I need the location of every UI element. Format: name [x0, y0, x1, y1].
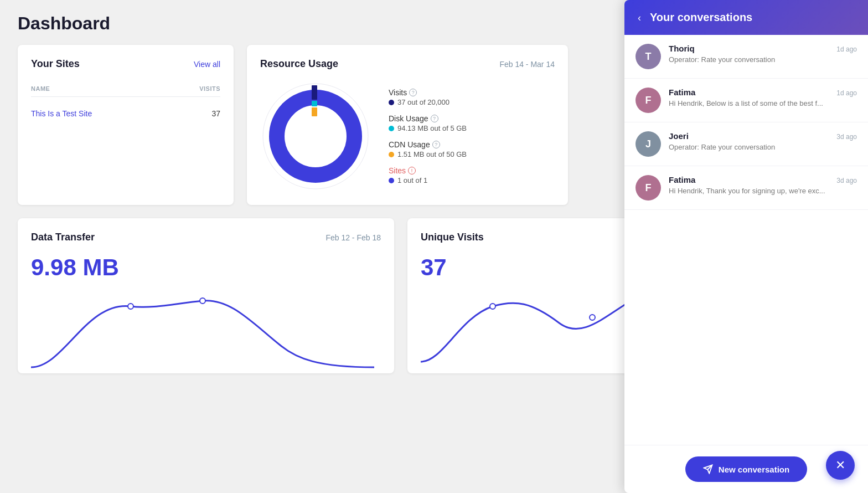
- unique-visits-title: Unique Visits: [421, 232, 484, 243]
- transfer-chart-svg: [31, 290, 374, 373]
- close-panel-button[interactable]: ✕: [826, 451, 855, 480]
- data-transfer-date: Feb 12 - Feb 18: [326, 233, 381, 242]
- stat-disk-value: 94.13 MB out of 5 GB: [389, 124, 467, 132]
- stat-sites-value: 1 out of 1: [389, 176, 467, 184]
- avatar-fatima-1: F: [636, 88, 661, 113]
- svg-rect-7: [312, 101, 317, 106]
- resource-usage-card: Resource Usage Feb 14 - Mar 14: [247, 45, 568, 205]
- disk-help-icon[interactable]: ?: [431, 115, 438, 122]
- conv-preview-fatima-1: Hi Hendrik, Below is a list of some of t…: [669, 99, 857, 107]
- donut-chart: [260, 81, 371, 192]
- svg-point-10: [200, 298, 205, 304]
- svg-rect-8: [312, 107, 317, 116]
- site-name-link[interactable]: This Is a Test Site: [31, 109, 92, 118]
- your-sites-header: Your Sites View all: [31, 58, 220, 70]
- new-conversation-button[interactable]: New conversation: [685, 456, 807, 482]
- visits-help-icon[interactable]: ?: [409, 89, 417, 96]
- stat-visits-value: 37 out of 20,000: [389, 98, 467, 106]
- stat-visits: Visits ? 37 out of 20,000: [389, 88, 467, 106]
- stat-cdn-label: CDN Usage ?: [389, 140, 467, 149]
- conv-preview-thoriq: Operator: Rate your conversation: [669, 55, 857, 64]
- visits-dot: [389, 100, 394, 105]
- your-sites-card: Your Sites View all NAME VISITS This Is …: [18, 45, 234, 205]
- new-conversation-label: New conversation: [719, 465, 789, 474]
- conversation-item-fatima-1[interactable]: F Fatima 1d ago Hi Hendrik, Below is a l…: [624, 79, 868, 122]
- conv-content-fatima-2: Fatima 3d ago Hi Hendrik, Thank you for …: [669, 175, 857, 195]
- conv-name-thoriq: Thoriq: [669, 44, 695, 53]
- disk-dot: [389, 126, 394, 131]
- conv-time-thoriq: 1d ago: [836, 45, 857, 53]
- visits-chart-svg: [421, 290, 642, 373]
- conv-preview-fatima-2: Hi Hendrik, Thank you for signing up, we…: [669, 187, 857, 195]
- resource-stats: Visits ? 37 out of 20,000 Disk Usage ?: [389, 88, 467, 184]
- col-name-header: NAME: [31, 85, 50, 92]
- conversation-item-thoriq[interactable]: T Thoriq 1d ago Operator: Rate your conv…: [624, 35, 868, 79]
- stat-visits-label: Visits ?: [389, 88, 467, 97]
- conversations-title: Your conversations: [650, 11, 752, 24]
- data-transfer-card: Data Transfer Feb 12 - Feb 18 9.98 MB: [18, 218, 394, 373]
- avatar-joeri: J: [636, 131, 661, 157]
- conversations-list: T Thoriq 1d ago Operator: Rate your conv…: [624, 35, 868, 445]
- conversations-header: ‹ Your conversations: [624, 0, 868, 35]
- conversations-panel: ‹ Your conversations T Thoriq 1d ago Ope…: [624, 0, 868, 493]
- donut-svg: [260, 81, 371, 192]
- stat-disk: Disk Usage ? 94.13 MB out of 5 GB: [389, 114, 467, 132]
- data-transfer-value: 9.98 MB: [31, 254, 381, 281]
- stat-cdn: CDN Usage ? 1.51 MB out of 50 GB: [389, 140, 467, 158]
- resource-inner: Visits ? 37 out of 20,000 Disk Usage ?: [260, 81, 555, 192]
- resource-usage-header: Resource Usage Feb 14 - Mar 14: [260, 58, 555, 70]
- stat-sites-label: Sites !: [389, 166, 467, 175]
- stat-sites: Sites ! 1 out of 1: [389, 166, 467, 184]
- sites-table-header: NAME VISITS: [31, 81, 220, 97]
- conv-preview-joeri: Operator: Rate your conversation: [669, 143, 857, 151]
- stat-disk-label: Disk Usage ?: [389, 114, 467, 123]
- table-row[interactable]: This Is a Test Site 37: [31, 104, 220, 124]
- col-visits-header: VISITS: [199, 85, 220, 92]
- conv-content-fatima-1: Fatima 1d ago Hi Hendrik, Below is a lis…: [669, 88, 857, 107]
- avatar-thoriq: T: [636, 44, 661, 69]
- resource-usage-title: Resource Usage: [260, 58, 338, 70]
- cdn-help-icon[interactable]: ?: [432, 141, 440, 148]
- conv-name-fatima-2: Fatima: [669, 175, 695, 184]
- your-sites-title: Your Sites: [31, 58, 80, 70]
- avatar-fatima-2: F: [636, 175, 661, 201]
- send-icon: [703, 464, 713, 474]
- conv-content-thoriq: Thoriq 1d ago Operator: Rate your conver…: [669, 44, 857, 64]
- conversation-item-joeri[interactable]: J Joeri 3d ago Operator: Rate your conve…: [624, 122, 868, 166]
- conv-time-fatima-2: 3d ago: [836, 177, 857, 184]
- cdn-dot: [389, 152, 394, 157]
- data-transfer-header: Data Transfer Feb 12 - Feb 18: [31, 232, 381, 243]
- conv-name-joeri: Joeri: [669, 131, 689, 141]
- resource-usage-date: Feb 14 - Mar 14: [499, 60, 555, 69]
- conv-time-joeri: 3d ago: [836, 133, 857, 141]
- data-transfer-chart: [31, 290, 381, 373]
- svg-rect-6: [312, 85, 317, 100]
- conv-time-fatima-1: 1d ago: [836, 89, 857, 97]
- sites-help-icon[interactable]: !: [408, 167, 416, 174]
- conversation-item-fatima-2[interactable]: F Fatima 3d ago Hi Hendrik, Thank you fo…: [624, 166, 868, 210]
- data-transfer-title: Data Transfer: [31, 232, 95, 243]
- conversations-back-button[interactable]: ‹: [638, 13, 641, 23]
- site-visits: 37: [211, 109, 220, 118]
- view-all-link[interactable]: View all: [194, 60, 220, 69]
- svg-point-11: [490, 304, 495, 309]
- svg-point-12: [590, 315, 595, 320]
- svg-point-9: [128, 304, 133, 309]
- stat-cdn-value: 1.51 MB out of 50 GB: [389, 150, 467, 158]
- conv-name-fatima-1: Fatima: [669, 88, 695, 97]
- sites-dot: [389, 178, 394, 183]
- conv-content-joeri: Joeri 3d ago Operator: Rate your convers…: [669, 131, 857, 151]
